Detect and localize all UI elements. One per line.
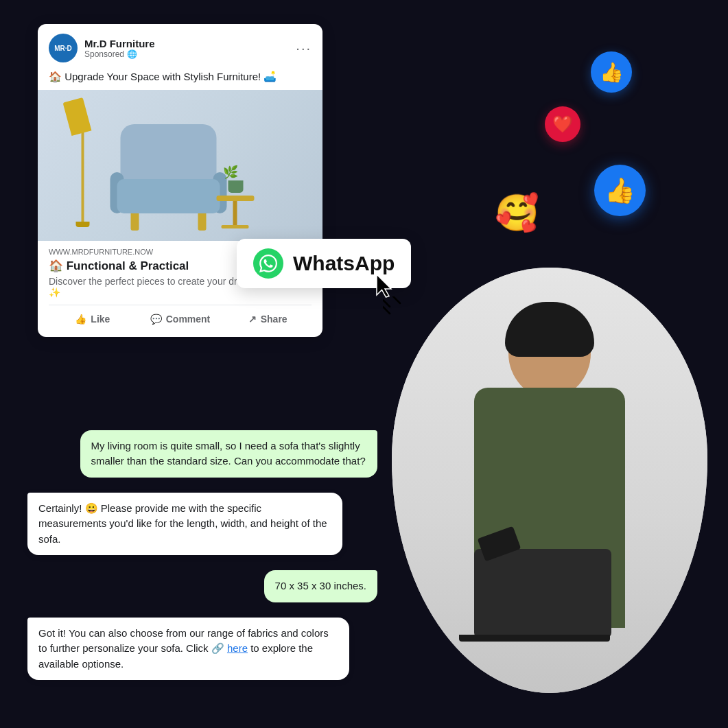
thumbs-up-emoji-1: 👍 — [600, 61, 624, 84]
post-text: 🏠 Upgrade Your Space with Stylish Furnit… — [38, 68, 322, 90]
brand-avatar: MR·D — [49, 34, 78, 62]
reaction-thumbs-1: 👍 — [591, 51, 632, 93]
comment-button[interactable]: 💬 Comment — [137, 308, 224, 330]
here-link[interactable]: here — [227, 642, 248, 654]
fb-ad-card: MR·D Mr.D Furniture Sponsored 🌐 ··· 🏠 Up… — [38, 24, 322, 337]
fb-card-header: MR·D Mr.D Furniture Sponsored 🌐 ··· — [38, 24, 322, 68]
fb-actions-bar: 👍 Like 💬 Comment ↗ Share — [49, 305, 312, 330]
sponsored-label: Sponsored 🌐 — [84, 49, 155, 59]
thumbs-up-icon: 👍 — [75, 314, 86, 325]
thumbs-up-emoji-2: 👍 — [604, 176, 635, 205]
chat-messages-area: My living room is quite small, so I need… — [27, 430, 377, 688]
person-background-circle — [392, 268, 707, 693]
chat-message-received-2: Got it! You can also choose from our ran… — [27, 618, 349, 681]
reaction-thumbs-2: 👍 — [594, 165, 646, 216]
heart-emoji: ❤️ — [552, 115, 573, 134]
share-icon: ↗ — [248, 314, 257, 325]
globe-icon: 🌐 — [127, 49, 137, 59]
lamp-decoration — [75, 132, 89, 227]
whatsapp-icon — [253, 248, 283, 279]
ad-image: 🌿 — [38, 90, 322, 241]
whatsapp-svg-icon — [259, 255, 277, 272]
share-button[interactable]: ↗ Share — [224, 308, 312, 330]
whatsapp-badge: WhatsApp — [237, 239, 411, 288]
chat-message-received-1: Certainly! 😀 Please provide me with the … — [27, 493, 342, 556]
more-options-button[interactable]: ··· — [296, 40, 312, 56]
like-button[interactable]: 👍 Like — [49, 308, 137, 330]
side-table-decoration: 🌿 — [216, 196, 254, 228]
chat-message-sent-1: My living room is quite small, so I need… — [80, 430, 378, 478]
reaction-kissy-face: 🥰 — [495, 192, 539, 234]
whatsapp-label: WhatsApp — [293, 252, 395, 275]
reaction-heart: ❤️ — [545, 106, 580, 142]
brand-name: Mr.D Furniture — [84, 38, 155, 49]
comment-icon: 💬 — [150, 314, 162, 325]
chat-message-sent-2: 70 x 35 x 30 inches. — [264, 570, 377, 602]
